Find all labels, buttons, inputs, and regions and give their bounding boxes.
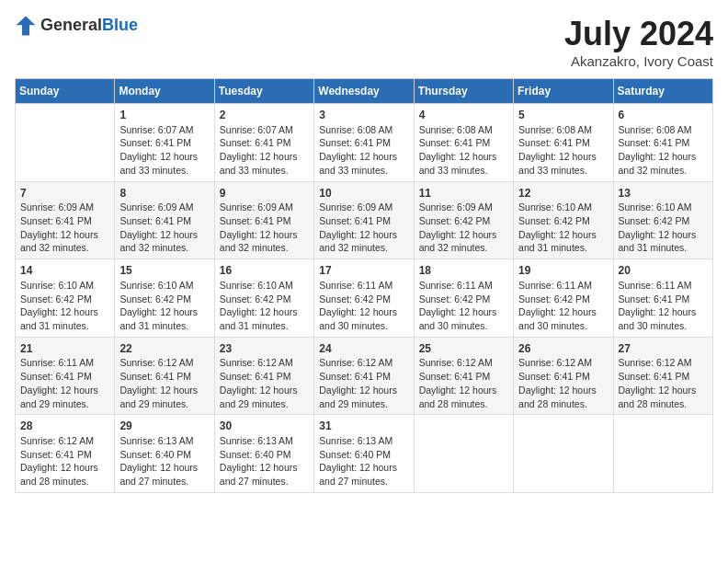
day-info-line: Sunset: 6:40 PM xyxy=(220,448,309,462)
calendar-cell: 2Sunrise: 6:07 AMSunset: 6:41 PMDaylight… xyxy=(214,104,313,182)
day-info-line: Sunset: 6:41 PM xyxy=(319,214,408,228)
day-info-line: Sunset: 6:42 PM xyxy=(20,293,109,306)
day-info-line: Daylight: 12 hours xyxy=(319,384,408,397)
day-info-line: Daylight: 12 hours xyxy=(20,305,109,319)
day-info-line: Sunset: 6:41 PM xyxy=(119,214,209,228)
calendar-week-row: 1Sunrise: 6:07 AMSunset: 6:41 PMDaylight… xyxy=(16,104,713,182)
day-info-line: Daylight: 12 hours xyxy=(220,384,309,397)
day-info-line: Sunrise: 6:11 AM xyxy=(20,356,109,370)
day-info-line: Daylight: 12 hours xyxy=(419,305,508,319)
day-info-line: Sunrise: 6:11 AM xyxy=(518,279,608,293)
subtitle: Akanzakro, Ivory Coast xyxy=(564,53,713,69)
day-info-line: Sunrise: 6:08 AM xyxy=(319,123,408,137)
calendar-cell: 6Sunrise: 6:08 AMSunset: 6:41 PMDaylight… xyxy=(613,104,712,182)
day-info-line: and 31 minutes. xyxy=(220,319,309,333)
day-info-line: Sunrise: 6:08 AM xyxy=(619,123,708,137)
day-number: 11 xyxy=(419,186,508,201)
day-info-line: Daylight: 12 hours xyxy=(20,461,109,475)
day-number: 21 xyxy=(20,341,109,357)
day-info-line: Sunset: 6:41 PM xyxy=(20,214,109,228)
calendar-table: SundayMondayTuesdayWednesdayThursdayFrid… xyxy=(15,78,713,493)
day-header-wednesday: Wednesday xyxy=(314,79,414,104)
calendar-cell: 25Sunrise: 6:12 AMSunset: 6:41 PMDayligh… xyxy=(414,337,513,415)
calendar-cell xyxy=(514,415,613,493)
calendar-cell: 7Sunrise: 6:09 AMSunset: 6:41 PMDaylight… xyxy=(16,181,115,259)
day-info-line: Daylight: 12 hours xyxy=(220,150,309,164)
day-number: 24 xyxy=(319,341,408,357)
day-info-line: Daylight: 12 hours xyxy=(319,228,408,242)
calendar-cell: 10Sunrise: 6:09 AMSunset: 6:41 PMDayligh… xyxy=(314,181,414,259)
day-header-monday: Monday xyxy=(115,79,214,104)
day-info-line: Daylight: 12 hours xyxy=(119,150,209,164)
day-info-line: Sunrise: 6:09 AM xyxy=(119,201,209,214)
day-number: 9 xyxy=(220,186,309,201)
day-number: 17 xyxy=(319,263,408,279)
calendar-cell: 31Sunrise: 6:13 AMSunset: 6:40 PMDayligh… xyxy=(314,415,414,493)
day-info-line: and 32 minutes. xyxy=(20,241,109,255)
day-info-line: and 32 minutes. xyxy=(619,164,708,178)
day-info-line: Daylight: 12 hours xyxy=(119,305,209,319)
day-info-line: Sunrise: 6:09 AM xyxy=(20,201,109,214)
day-number: 30 xyxy=(220,419,309,434)
day-info-line: and 27 minutes. xyxy=(319,475,408,488)
day-info-line: Sunset: 6:41 PM xyxy=(220,370,309,384)
day-info-line: Sunrise: 6:10 AM xyxy=(220,279,309,293)
day-number: 2 xyxy=(220,108,309,123)
day-info-line: Daylight: 12 hours xyxy=(220,305,309,319)
day-info-line: Daylight: 12 hours xyxy=(119,461,209,475)
day-info-line: Daylight: 12 hours xyxy=(119,384,209,397)
calendar-cell: 23Sunrise: 6:12 AMSunset: 6:41 PMDayligh… xyxy=(214,337,313,415)
day-info-line: Sunrise: 6:12 AM xyxy=(319,356,408,370)
calendar-cell: 17Sunrise: 6:11 AMSunset: 6:42 PMDayligh… xyxy=(314,259,414,338)
day-number: 3 xyxy=(319,108,408,123)
title-block: July 2024 Akanzakro, Ivory Coast xyxy=(564,15,713,69)
day-info-line: Sunset: 6:41 PM xyxy=(220,136,309,150)
day-info-line: Sunrise: 6:12 AM xyxy=(20,434,109,448)
calendar-cell: 28Sunrise: 6:12 AMSunset: 6:41 PMDayligh… xyxy=(16,415,115,493)
day-info-line: Sunset: 6:42 PM xyxy=(619,214,708,228)
calendar-week-row: 21Sunrise: 6:11 AMSunset: 6:41 PMDayligh… xyxy=(16,337,713,415)
day-info-line: and 27 minutes. xyxy=(220,475,309,488)
day-info-line: Daylight: 12 hours xyxy=(419,384,508,397)
day-info-line: Sunset: 6:42 PM xyxy=(419,293,508,306)
day-info-line: Sunrise: 6:12 AM xyxy=(518,356,608,370)
day-info-line: Daylight: 12 hours xyxy=(319,150,408,164)
day-number: 4 xyxy=(419,108,508,123)
day-info-line: Sunrise: 6:12 AM xyxy=(220,356,309,370)
day-info-line: Sunset: 6:40 PM xyxy=(319,448,408,462)
day-info-line: Sunrise: 6:11 AM xyxy=(319,279,408,293)
day-info-line: Sunset: 6:41 PM xyxy=(20,448,109,462)
day-info-line: Sunset: 6:41 PM xyxy=(518,136,608,150)
calendar-cell: 9Sunrise: 6:09 AMSunset: 6:41 PMDaylight… xyxy=(214,181,313,259)
header-row: SundayMondayTuesdayWednesdayThursdayFrid… xyxy=(16,79,713,104)
day-info-line: Sunset: 6:41 PM xyxy=(419,370,508,384)
calendar-cell: 18Sunrise: 6:11 AMSunset: 6:42 PMDayligh… xyxy=(414,259,513,338)
calendar-cell: 24Sunrise: 6:12 AMSunset: 6:41 PMDayligh… xyxy=(314,337,414,415)
day-info-line: Sunset: 6:41 PM xyxy=(319,136,408,150)
logo-text-general: General xyxy=(40,16,102,34)
calendar-cell: 30Sunrise: 6:13 AMSunset: 6:40 PMDayligh… xyxy=(214,415,313,493)
calendar-cell: 22Sunrise: 6:12 AMSunset: 6:41 PMDayligh… xyxy=(115,337,214,415)
day-info-line: Sunrise: 6:12 AM xyxy=(419,356,508,370)
day-info-line: Daylight: 12 hours xyxy=(518,305,608,319)
calendar-cell: 14Sunrise: 6:10 AMSunset: 6:42 PMDayligh… xyxy=(16,259,115,338)
day-info-line: Daylight: 12 hours xyxy=(20,384,109,397)
day-info-line: and 31 minutes. xyxy=(20,319,109,333)
logo: GeneralBlue xyxy=(15,15,138,37)
day-info-line: and 31 minutes. xyxy=(518,241,608,255)
day-info-line: and 33 minutes. xyxy=(119,164,209,178)
day-number: 15 xyxy=(119,263,209,279)
day-info-line: Sunset: 6:42 PM xyxy=(419,214,508,228)
calendar-week-row: 14Sunrise: 6:10 AMSunset: 6:42 PMDayligh… xyxy=(16,259,713,338)
calendar-cell: 29Sunrise: 6:13 AMSunset: 6:40 PMDayligh… xyxy=(115,415,214,493)
day-info-line: and 33 minutes. xyxy=(220,164,309,178)
day-number: 7 xyxy=(20,186,109,201)
day-info-line: Sunset: 6:41 PM xyxy=(419,136,508,150)
day-info-line: and 30 minutes. xyxy=(419,319,508,333)
calendar-cell: 5Sunrise: 6:08 AMSunset: 6:41 PMDaylight… xyxy=(514,104,613,182)
day-info-line: Sunset: 6:42 PM xyxy=(518,214,608,228)
day-info-line: Sunset: 6:42 PM xyxy=(518,293,608,306)
day-info-line: Sunrise: 6:10 AM xyxy=(20,279,109,293)
calendar-cell: 20Sunrise: 6:11 AMSunset: 6:41 PMDayligh… xyxy=(613,259,712,338)
day-info-line: Sunset: 6:41 PM xyxy=(319,370,408,384)
